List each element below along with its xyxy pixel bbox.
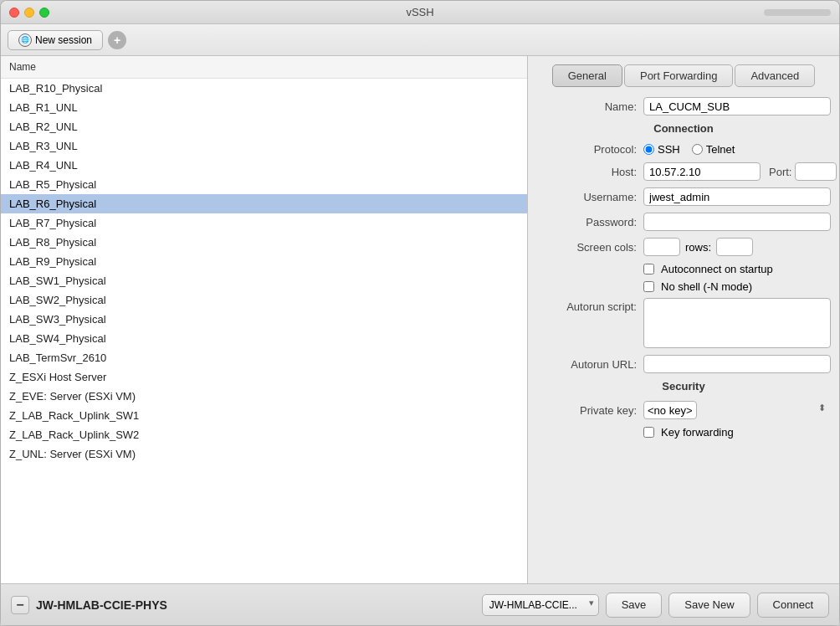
right-panel: General Port Forwarding Advanced Name: C…	[528, 56, 839, 583]
session-item[interactable]: Z_LAB_Rack_Uplink_SW2	[1, 425, 527, 444]
host-port-group: Port:	[643, 162, 837, 181]
save-new-button[interactable]: Save New	[668, 593, 750, 618]
tab-advanced[interactable]: Advanced	[735, 64, 815, 87]
protocol-radio-group: SSH Telnet	[643, 143, 735, 156]
no-shell-row: No shell (-N mode)	[536, 280, 831, 293]
name-label: Name:	[536, 100, 637, 113]
session-item[interactable]: LAB_R7_Physical	[1, 213, 527, 233]
autorun-script-label: Autorun script:	[536, 298, 637, 313]
globe-icon: 🌐	[18, 33, 32, 47]
telnet-radio-item[interactable]: Telnet	[692, 143, 735, 156]
remove-session-button[interactable]: −	[11, 596, 29, 614]
key-forwarding-row: Key forwarding	[536, 426, 831, 439]
window-title: vSSH	[406, 6, 433, 18]
session-item[interactable]: LAB_R5_Physical	[1, 175, 527, 194]
key-forwarding-label: Key forwarding	[661, 426, 734, 439]
screen-cols-row: Screen cols: rows:	[536, 238, 831, 256]
tab-general[interactable]: General	[552, 64, 622, 87]
session-list: Name LAB_R10_PhysicalLAB_R1_UNLLAB_R2_UN…	[1, 56, 528, 583]
password-input[interactable]	[643, 213, 831, 231]
session-item[interactable]: Z_ESXi Host Server	[1, 367, 527, 387]
new-session-button[interactable]: 🌐 New session	[8, 30, 103, 50]
session-item[interactable]: LAB_R6_Physical	[1, 194, 527, 213]
ssh-radio[interactable]	[643, 144, 654, 155]
name-input[interactable]	[643, 97, 831, 115]
toolbar: 🌐 New session +	[1, 24, 839, 56]
autorun-script-input[interactable]	[643, 298, 831, 348]
bottom-bar: − JW-HMLAB-CCIE-PHYS JW-HMLAB-CCIE... Sa…	[1, 583, 839, 625]
form-section: Name: Connection Protocol: SSH	[536, 97, 831, 444]
port-input[interactable]	[795, 162, 837, 181]
private-key-select[interactable]: <no key>	[643, 401, 697, 419]
session-item[interactable]: LAB_R4_UNL	[1, 156, 527, 175]
password-row: Password:	[536, 213, 831, 231]
session-item[interactable]: LAB_SW2_Physical	[1, 290, 527, 310]
title-bar: vSSH	[1, 1, 839, 24]
no-shell-label: No shell (-N mode)	[661, 280, 752, 293]
add-session-button[interactable]: +	[108, 31, 126, 49]
username-row: Username:	[536, 187, 831, 206]
session-name-label: JW-HMLAB-CCIE-PHYS	[36, 598, 167, 612]
key-forwarding-checkbox[interactable]	[643, 427, 654, 438]
title-scrollbar	[764, 9, 831, 16]
session-list-header: Name	[1, 56, 527, 79]
autorun-url-label: Autorun URL:	[536, 358, 637, 371]
tab-port-forwarding[interactable]: Port Forwarding	[624, 64, 733, 87]
session-dropdown[interactable]: JW-HMLAB-CCIE...	[482, 594, 599, 616]
protocol-row: Protocol: SSH Telnet	[536, 143, 831, 156]
protocol-label: Protocol:	[536, 143, 637, 156]
autoconnect-row: Autoconnect on startup	[536, 263, 831, 275]
traffic-lights	[9, 8, 49, 18]
ssh-radio-item[interactable]: SSH	[643, 143, 680, 156]
session-item[interactable]: LAB_R2_UNL	[1, 117, 527, 136]
screen-cols-group: rows:	[643, 238, 831, 256]
autorun-url-input[interactable]	[643, 355, 831, 373]
security-header: Security	[536, 380, 831, 393]
username-input[interactable]	[643, 187, 831, 206]
no-shell-checkbox[interactable]	[643, 281, 654, 292]
close-button[interactable]	[9, 8, 19, 18]
minimize-button[interactable]	[24, 8, 34, 18]
host-port-row: Host: Port:	[536, 162, 831, 181]
private-key-label: Private key:	[536, 404, 637, 417]
main-area: Name LAB_R10_PhysicalLAB_R1_UNLLAB_R2_UN…	[1, 56, 839, 583]
rows-label: rows:	[685, 241, 711, 254]
tabs: General Port Forwarding Advanced	[536, 64, 831, 87]
screen-cols-input[interactable]	[643, 238, 680, 256]
screen-cols-label: Screen cols:	[536, 241, 637, 254]
save-button[interactable]: Save	[606, 593, 663, 618]
bottom-left: − JW-HMLAB-CCIE-PHYS	[11, 596, 167, 614]
private-key-row: Private key: <no key>	[536, 401, 831, 419]
session-item[interactable]: LAB_SW3_Physical	[1, 310, 527, 329]
autorun-script-row: Autorun script:	[536, 298, 831, 348]
name-row: Name:	[536, 97, 831, 115]
private-key-wrapper: <no key>	[643, 401, 831, 419]
connect-button[interactable]: Connect	[757, 593, 829, 618]
username-label: Username:	[536, 191, 637, 203]
session-item[interactable]: LAB_SW1_Physical	[1, 271, 527, 290]
session-item[interactable]: Z_UNL: Server (ESXi VM)	[1, 444, 527, 464]
autoconnect-checkbox[interactable]	[643, 264, 654, 275]
session-item[interactable]: LAB_R10_Physical	[1, 79, 527, 98]
session-item[interactable]: Z_EVE: Server (ESXi VM)	[1, 387, 527, 406]
autorun-url-row: Autorun URL:	[536, 355, 831, 373]
session-item[interactable]: LAB_R3_UNL	[1, 136, 527, 156]
port-label: Port:	[769, 166, 791, 178]
session-item[interactable]: Z_LAB_Rack_Uplink_SW1	[1, 406, 527, 425]
maximize-button[interactable]	[39, 8, 49, 18]
telnet-radio[interactable]	[692, 144, 703, 155]
session-item[interactable]: LAB_SW4_Physical	[1, 329, 527, 348]
session-item[interactable]: LAB_R9_Physical	[1, 252, 527, 271]
rows-input[interactable]	[716, 238, 753, 256]
session-item[interactable]: LAB_R1_UNL	[1, 98, 527, 117]
connection-header: Connection	[536, 122, 831, 135]
main-window: vSSH 🌐 New session + Name LAB_R10_Physic…	[0, 0, 840, 626]
password-label: Password:	[536, 216, 637, 228]
host-label: Host:	[536, 166, 637, 178]
session-list-items[interactable]: LAB_R10_PhysicalLAB_R1_UNLLAB_R2_UNLLAB_…	[1, 79, 527, 583]
session-item[interactable]: LAB_R8_Physical	[1, 233, 527, 252]
autoconnect-label: Autoconnect on startup	[661, 263, 773, 275]
session-dropdown-wrapper: JW-HMLAB-CCIE...	[482, 594, 599, 616]
session-item[interactable]: LAB_TermSvr_2610	[1, 348, 527, 367]
host-input[interactable]	[643, 162, 761, 181]
